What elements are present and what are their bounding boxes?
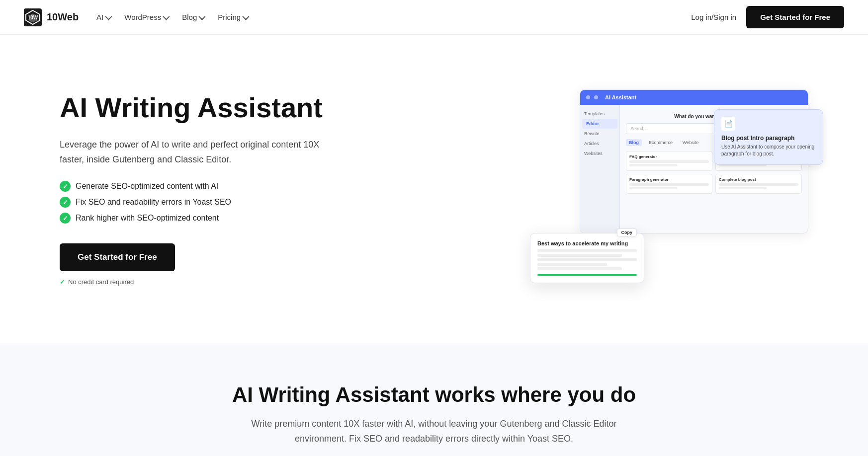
- no-credit-card-note: ✓ No credit card required: [60, 278, 338, 286]
- ui-sidebar: Templates Editor Rewrite Articles Websit…: [580, 105, 620, 233]
- ui-sidebar-item[interactable]: Websites: [580, 149, 619, 158]
- navbar: 10W 10Web AI WordPress Blog Pricing Lo: [0, 0, 868, 35]
- nav-link-ai[interactable]: AI: [96, 13, 110, 21]
- floating-card-title: Best ways to accelerate my writing: [537, 240, 637, 246]
- list-item: Fix SEO and readability errors in Yoast …: [60, 197, 338, 208]
- chevron-down-icon: [242, 13, 249, 20]
- hero-section: AI Writing Assistant Leverage the power …: [0, 35, 868, 343]
- hero-cta-button[interactable]: Get Started for Free: [60, 243, 175, 271]
- nav-link-blog[interactable]: Blog: [182, 13, 204, 21]
- ui-sidebar-item[interactable]: Rewrite: [580, 129, 619, 139]
- block-line: [719, 183, 798, 186]
- navbar-left: 10W 10Web AI WordPress Blog Pricing: [24, 8, 248, 26]
- hero-description: Leverage the power of AI to write and pe…: [60, 138, 338, 167]
- ui-sidebar-item[interactable]: Editor: [582, 119, 617, 129]
- blog-card-desc: Use AI Assistant to compose your opening…: [721, 144, 816, 157]
- works-title: AI Writing Assistant works where you do: [60, 383, 808, 407]
- ui-sidebar-item[interactable]: Articles: [580, 139, 619, 149]
- hero-illustration: AI Assistant Templates Editor Rewrite Ar…: [530, 89, 808, 288]
- blog-card-title: Blog post Intro paragraph: [721, 135, 816, 142]
- check-icon: [60, 213, 71, 224]
- ui-dot: [586, 95, 590, 99]
- navbar-right: Log in/Sign in Get Started for Free: [691, 6, 844, 28]
- hero-content: AI Writing Assistant Leverage the power …: [60, 92, 338, 286]
- hero-features-list: Generate SEO-optimized content with AI F…: [60, 181, 338, 224]
- brand-name: 10Web: [47, 11, 79, 23]
- nav-links: AI WordPress Blog Pricing: [96, 13, 248, 21]
- block-line: [629, 183, 709, 186]
- block-line: [629, 160, 709, 163]
- ui-card-header: AI Assistant: [580, 90, 808, 105]
- ui-dot: [594, 95, 598, 99]
- green-bar: [537, 274, 637, 276]
- ui-blog-card: 📄 Blog post Intro paragraph Use AI Assis…: [714, 109, 823, 165]
- list-item: Generate SEO-optimized content with AI: [60, 181, 338, 192]
- floating-card-body: [537, 249, 637, 276]
- block-line: [719, 187, 767, 189]
- ui-card-title: AI Assistant: [605, 94, 636, 100]
- copy-badge[interactable]: Copy: [617, 228, 637, 236]
- hero-title: AI Writing Assistant: [60, 92, 338, 124]
- block-title: Paragraph generator: [629, 177, 709, 182]
- block-line: [629, 164, 677, 166]
- ui-content-block: Complete blog post: [715, 174, 802, 194]
- works-section: AI Writing Assistant works where you do …: [0, 343, 868, 456]
- ui-content-block: Paragraph generator: [626, 174, 712, 194]
- nav-cta-button[interactable]: Get Started for Free: [746, 6, 844, 28]
- chevron-down-icon: [199, 13, 206, 20]
- tab-ecommerce[interactable]: Ecommerce: [646, 139, 676, 146]
- check-icon: [60, 181, 71, 192]
- list-item: Rank higher with SEO-optimized content: [60, 213, 338, 224]
- ui-sidebar-item[interactable]: Templates: [580, 109, 619, 119]
- tab-blog[interactable]: Blog: [626, 139, 642, 146]
- nav-link-pricing[interactable]: Pricing: [218, 13, 248, 21]
- logo-icon: 10W: [24, 8, 42, 26]
- chevron-down-icon: [163, 13, 170, 20]
- ui-search-placeholder: Search...: [630, 126, 648, 131]
- blog-card-icon: 📄: [721, 117, 735, 131]
- tab-website[interactable]: Website: [680, 139, 701, 146]
- block-title: FAQ generator: [629, 154, 709, 159]
- login-link[interactable]: Log in/Sign in: [691, 13, 736, 21]
- ui-content-block: FAQ generator: [626, 151, 712, 171]
- works-description: Write premium content 10X faster with AI…: [245, 417, 623, 446]
- svg-text:10W: 10W: [28, 15, 38, 20]
- logo[interactable]: 10W 10Web: [24, 8, 79, 26]
- block-line: [629, 187, 677, 189]
- chevron-down-icon: [105, 13, 112, 20]
- ui-floating-card: Copy Best ways to accelerate my writing: [530, 233, 644, 283]
- check-icon: ✓: [60, 278, 65, 286]
- block-title: Complete blog post: [719, 177, 798, 182]
- nav-link-wordpress[interactable]: WordPress: [124, 13, 168, 21]
- check-icon: [60, 197, 71, 208]
